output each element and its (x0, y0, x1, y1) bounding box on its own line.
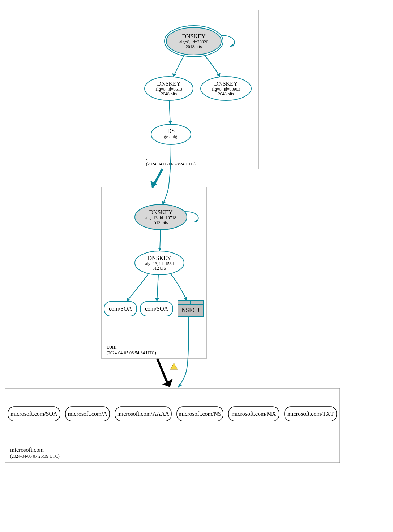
node-root-zsk2: DNSKEY alg=8, id=30903 2048 bits (201, 77, 251, 100)
node-microsoft-txt: microsoft.com/TXT (285, 407, 337, 421)
edge-nsec3-to-microsoft (178, 316, 189, 387)
edge-zsk-to-soa1 (127, 273, 149, 302)
zone-microsoft-label: microsoft.com (10, 447, 44, 453)
svg-text:DNSKEY: DNSKEY (182, 33, 206, 39)
edge-com-to-microsoft-thick (157, 359, 167, 382)
warning-icon: ! (170, 363, 178, 370)
svg-text:DNSKEY: DNSKEY (148, 255, 171, 261)
svg-text:512 bits: 512 bits (154, 220, 168, 225)
svg-text:DNSKEY: DNSKEY (149, 209, 173, 215)
zone-com-timestamp: (2024-04-05 06:54:34 UTC) (107, 350, 156, 355)
svg-text:2048 bits: 2048 bits (186, 44, 202, 49)
svg-text:DS: DS (167, 128, 175, 134)
svg-text:microsoft.com/SOA: microsoft.com/SOA (10, 411, 57, 417)
edge-ksk-to-zsk1 (174, 55, 184, 77)
zone-root-label: . (146, 155, 148, 161)
svg-text:com/SOA: com/SOA (145, 306, 168, 312)
node-microsoft-a: microsoft.com/A (65, 407, 110, 421)
svg-text:DNSKEY: DNSKEY (157, 81, 181, 87)
svg-text:microsoft.com/A: microsoft.com/A (68, 411, 107, 417)
edge-zsk-to-nsec3 (170, 273, 187, 300)
arrowhead (172, 73, 176, 77)
dnssec-diagram: . (2024-04-05 06:28:24 UTC) DNSKEY alg=8… (0, 0, 393, 532)
svg-text:DNSKEY: DNSKEY (214, 81, 238, 87)
edge-zsk-to-soa2 (157, 275, 158, 302)
arrowhead (178, 383, 182, 387)
arrowhead (162, 201, 166, 204)
zone-com-label: com (107, 343, 117, 350)
zone-microsoft-timestamp: (2024-04-05 07:25:39 UTC) (10, 454, 60, 459)
node-root-ds: DS digest alg=2 (151, 124, 191, 144)
zone-microsoft-box (5, 388, 340, 463)
edge-ksk-to-zsk2 (204, 55, 220, 77)
svg-text:alg=8, id=20326: alg=8, id=20326 (179, 39, 208, 44)
arrowhead (168, 121, 172, 124)
node-microsoft-aaaa: microsoft.com/AAAA (115, 407, 171, 421)
svg-text:alg=13, id=19718: alg=13, id=19718 (145, 215, 176, 220)
svg-text:!: ! (173, 365, 175, 370)
node-microsoft-mx: microsoft.com/MX (228, 407, 279, 421)
svg-text:microsoft.com/AAAA: microsoft.com/AAAA (117, 411, 169, 417)
svg-text:microsoft.com/MX: microsoft.com/MX (231, 411, 276, 417)
edge-zsk1-to-ds (169, 100, 170, 124)
svg-text:microsoft.com/TXT: microsoft.com/TXT (287, 411, 334, 417)
node-root-ksk: DNSKEY alg=8, id=20326 2048 bits (165, 26, 223, 57)
node-com-soa2: com/SOA (140, 302, 173, 316)
svg-text:2048 bits: 2048 bits (161, 91, 177, 96)
arrowhead (229, 43, 234, 47)
svg-text:com/SOA: com/SOA (109, 306, 132, 312)
node-com-nsec3: NSEC3 (178, 300, 203, 316)
svg-text:alg=8, id=5613: alg=8, id=5613 (155, 87, 182, 92)
node-microsoft-ns: microsoft.com/NS (177, 407, 223, 421)
svg-text:2048 bits: 2048 bits (218, 91, 234, 96)
edge-ds-to-com-ksk (163, 144, 171, 204)
arrowhead (216, 73, 221, 77)
arrowhead (162, 379, 173, 387)
svg-text:alg=13, id=4534: alg=13, id=4534 (145, 261, 174, 266)
node-com-zsk: DNSKEY alg=13, id=4534 512 bits (135, 251, 184, 275)
svg-text:microsoft.com/NS: microsoft.com/NS (179, 411, 221, 417)
svg-text:NSEC3: NSEC3 (182, 307, 200, 313)
svg-text:digest alg=2: digest alg=2 (160, 134, 181, 139)
node-root-zsk1: DNSKEY alg=8, id=5613 2048 bits (145, 77, 193, 100)
svg-text:alg=8, id=30903: alg=8, id=30903 (212, 87, 240, 92)
arrowhead (155, 298, 159, 302)
arrowhead (158, 248, 162, 251)
node-microsoft-soa: microsoft.com/SOA (8, 407, 60, 421)
node-com-soa1: com/SOA (104, 302, 137, 316)
svg-text:512 bits: 512 bits (153, 266, 167, 271)
arrowhead (193, 219, 198, 222)
node-com-ksk: DNSKEY alg=13, id=19718 512 bits (135, 204, 187, 230)
